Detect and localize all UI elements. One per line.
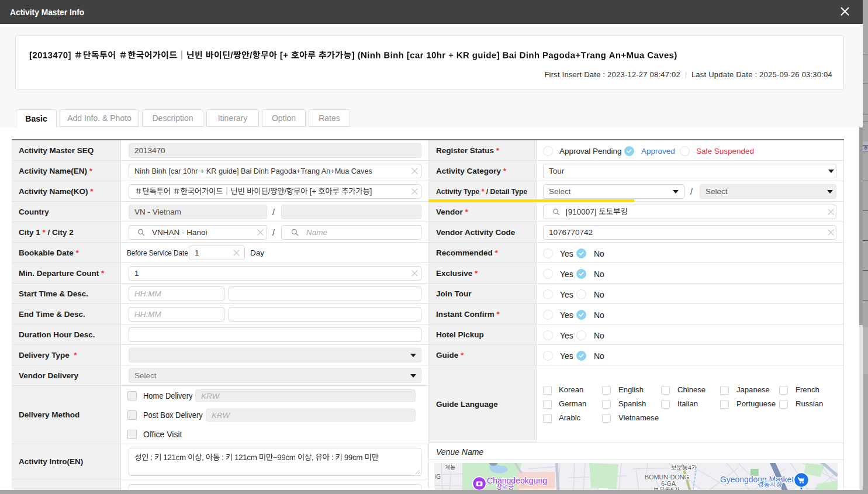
svg-text:IG: IG	[434, 473, 441, 480]
